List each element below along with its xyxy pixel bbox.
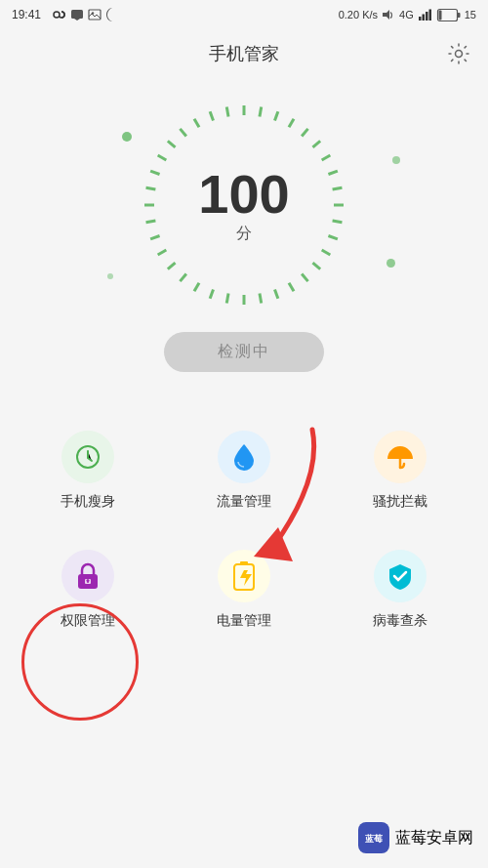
decorative-dot-2 bbox=[392, 156, 400, 164]
svg-text:蓝莓: 蓝莓 bbox=[365, 834, 384, 844]
svg-line-17 bbox=[180, 129, 185, 137]
svg-rect-5 bbox=[422, 15, 425, 21]
svg-line-16 bbox=[168, 141, 176, 146]
grid-item-phone-slim[interactable]: 手机瘦身 bbox=[10, 411, 166, 530]
shield-check-icon bbox=[386, 561, 415, 591]
intercept-icon-container bbox=[374, 431, 427, 483]
svg-line-13 bbox=[146, 187, 156, 189]
svg-line-35 bbox=[302, 273, 307, 281]
svg-rect-55 bbox=[240, 561, 248, 565]
svg-line-33 bbox=[322, 250, 331, 255]
svg-line-24 bbox=[289, 119, 294, 128]
moon-icon bbox=[105, 8, 117, 21]
intercept-label: 骚扰拦截 bbox=[373, 493, 427, 511]
app-header: 手机管家 bbox=[0, 29, 488, 78]
message-icon bbox=[70, 9, 84, 21]
svg-line-29 bbox=[333, 187, 343, 189]
gear-icon bbox=[448, 43, 469, 64]
svg-rect-10 bbox=[438, 10, 441, 20]
svg-line-25 bbox=[302, 129, 307, 137]
traffic-label: 流量管理 bbox=[217, 493, 271, 511]
svg-line-37 bbox=[274, 289, 277, 298]
page-title: 手机管家 bbox=[209, 42, 279, 65]
status-left: 19:41 bbox=[12, 8, 117, 21]
virus-label: 病毒查杀 bbox=[373, 612, 427, 630]
virus-icon-container bbox=[374, 550, 427, 602]
svg-line-34 bbox=[312, 263, 320, 269]
status-bar: 19:41 0.20 K/s 4G bbox=[0, 0, 488, 29]
watermark-logo: 蓝莓 bbox=[358, 822, 389, 853]
grid-item-virus[interactable]: 病毒查杀 bbox=[322, 530, 478, 649]
phone-slim-label: 手机瘦身 bbox=[61, 493, 115, 511]
water-drop-icon bbox=[230, 441, 258, 473]
svg-line-36 bbox=[289, 283, 294, 292]
time-display: 19:41 bbox=[12, 8, 41, 21]
decorative-dot-1 bbox=[122, 132, 132, 142]
decorative-dot-4 bbox=[386, 259, 395, 268]
score-unit: 分 bbox=[198, 224, 289, 244]
watermark-text: 蓝莓安卓网 bbox=[395, 828, 473, 848]
svg-line-23 bbox=[274, 111, 277, 120]
battery-level: 15 bbox=[465, 9, 476, 21]
battery-icon bbox=[437, 9, 461, 21]
grid-item-intercept[interactable]: 骚扰拦截 bbox=[322, 411, 478, 530]
watermark: 蓝莓 蓝莓安卓网 bbox=[358, 822, 473, 853]
network-speed: 0.20 K/s bbox=[339, 9, 378, 21]
status-right: 0.20 K/s 4G 15 bbox=[339, 9, 476, 21]
svg-marker-3 bbox=[383, 10, 389, 20]
svg-line-32 bbox=[328, 235, 337, 238]
signal-bars-icon bbox=[418, 9, 433, 21]
grid-item-permission[interactable]: 权限管理 bbox=[10, 530, 166, 649]
svg-rect-0 bbox=[71, 10, 83, 19]
traffic-icon-container bbox=[218, 431, 270, 483]
permission-label: 权限管理 bbox=[61, 612, 115, 630]
svg-line-19 bbox=[210, 111, 213, 120]
svg-point-11 bbox=[456, 51, 463, 58]
detect-button[interactable]: 检测中 bbox=[164, 332, 324, 372]
umbrella-icon bbox=[385, 443, 416, 471]
score-display: 100 分 bbox=[198, 167, 289, 244]
battery-mgmt-icon-container bbox=[218, 550, 270, 602]
svg-line-40 bbox=[226, 294, 228, 304]
svg-line-43 bbox=[180, 273, 185, 281]
svg-line-41 bbox=[210, 289, 213, 298]
svg-line-46 bbox=[150, 235, 159, 238]
infinity-icon bbox=[49, 9, 66, 21]
svg-line-38 bbox=[260, 294, 262, 304]
svg-line-27 bbox=[322, 155, 331, 160]
svg-line-28 bbox=[328, 171, 337, 174]
svg-line-20 bbox=[226, 107, 228, 117]
image-icon bbox=[88, 9, 102, 21]
svg-line-15 bbox=[158, 155, 167, 160]
svg-line-31 bbox=[333, 221, 343, 223]
score-circle-container: 100 分 bbox=[137, 98, 351, 312]
clock-icon bbox=[74, 443, 102, 471]
svg-line-26 bbox=[312, 141, 320, 146]
svg-rect-9 bbox=[457, 13, 460, 18]
svg-line-44 bbox=[168, 263, 176, 269]
svg-line-14 bbox=[150, 171, 159, 174]
svg-line-42 bbox=[194, 283, 199, 292]
signal-text: 4G bbox=[399, 9, 414, 21]
battery-label: 电量管理 bbox=[217, 612, 271, 630]
svg-rect-4 bbox=[419, 17, 422, 21]
svg-rect-7 bbox=[428, 10, 431, 21]
decorative-dot-3 bbox=[107, 273, 113, 279]
phone-slim-icon-container bbox=[61, 431, 114, 483]
grid-item-traffic[interactable]: 流量管理 bbox=[166, 411, 322, 530]
svg-line-22 bbox=[260, 107, 262, 117]
svg-line-47 bbox=[146, 221, 156, 223]
settings-button[interactable] bbox=[445, 40, 472, 67]
score-value: 100 bbox=[198, 167, 289, 222]
score-section: 100 分 检测中 bbox=[0, 78, 488, 382]
svg-rect-6 bbox=[426, 12, 428, 21]
feature-grid: 手机瘦身 流量管理 骚扰拦截 bbox=[0, 411, 488, 649]
lock-icon bbox=[75, 561, 101, 591]
volume-icon bbox=[382, 9, 395, 21]
permission-icon-container bbox=[61, 550, 114, 602]
svg-line-18 bbox=[194, 119, 199, 128]
grid-item-battery[interactable]: 电量管理 bbox=[166, 530, 322, 649]
svg-line-45 bbox=[158, 250, 167, 255]
battery-charging-icon bbox=[232, 560, 256, 592]
